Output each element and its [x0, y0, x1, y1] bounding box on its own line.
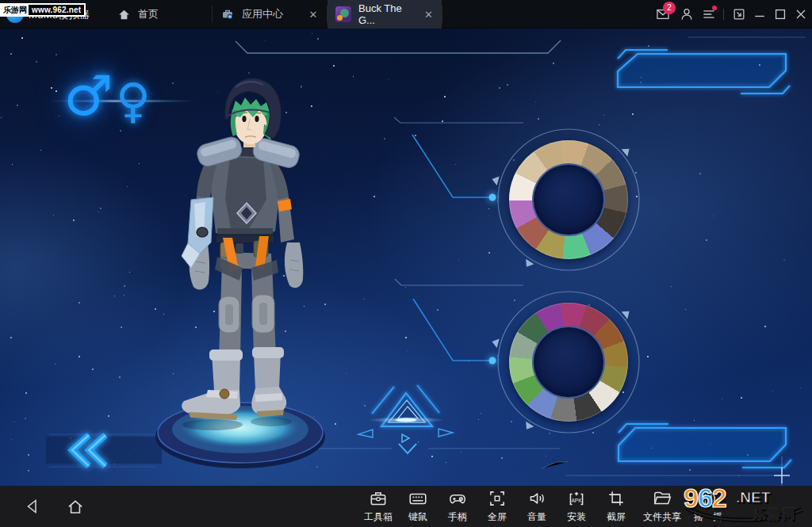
watermark-site: 乐游网	[753, 506, 796, 523]
gamepad-icon	[447, 488, 468, 509]
divider	[723, 9, 724, 20]
home-icon	[117, 8, 131, 21]
android-back-button[interactable]	[24, 497, 43, 516]
top-bracket-line	[236, 40, 561, 53]
tab-app-center[interactable]: 应用中心 ✕	[213, 0, 327, 29]
home-label: 首页	[138, 7, 159, 21]
close-icon[interactable]	[793, 6, 809, 22]
outfit-color-wheel[interactable]	[509, 303, 628, 422]
tab-label: Buck The G...	[358, 2, 416, 26]
home-button[interactable]: 首页	[117, 6, 159, 22]
wheel-center	[532, 163, 605, 236]
maximize-icon[interactable]	[772, 6, 788, 22]
svg-text:APK: APK	[571, 498, 582, 503]
wheel-center	[532, 326, 605, 399]
female-gender-button[interactable]: ♀	[116, 77, 151, 124]
wheel-connector-bottom	[395, 279, 523, 365]
toolbar-item-screenshot[interactable]: 截屏	[596, 488, 636, 524]
tab-game-active[interactable]: Buck The G... ✕	[327, 0, 442, 29]
male-gender-button[interactable]: ♂	[63, 68, 113, 124]
emulator-window: ♂ ♀	[0, 0, 812, 527]
screenshot-crop-icon	[606, 488, 626, 509]
shrink-window-icon[interactable]	[731, 6, 747, 22]
tab-label: 应用中心	[242, 7, 283, 21]
watermark-site-name: 乐游网	[2, 5, 29, 15]
keyboard-icon	[408, 488, 428, 509]
collapse-panel-button[interactable]	[46, 434, 162, 467]
watermark-net: .NET	[736, 489, 770, 506]
tab-close-icon[interactable]: ✕	[423, 9, 434, 21]
android-home-button[interactable]	[65, 497, 86, 517]
watermark-top-left: 乐游网 www.962.net	[0, 3, 86, 17]
toolbox-icon	[368, 488, 389, 509]
toolbar-item-install-apk[interactable]: APK 安装	[557, 488, 596, 524]
menu-alert-dot	[712, 6, 717, 10]
toolbar-item-gamepad[interactable]: 手柄	[438, 488, 477, 524]
minimize-icon[interactable]	[752, 6, 768, 22]
game-tab-icon	[335, 6, 351, 22]
watermark-962: 962	[684, 483, 726, 514]
toolbar-items: 工具箱 键鼠 手柄	[358, 488, 728, 524]
install-apk-icon: APK	[566, 488, 587, 509]
watermark-site-url: www.962.net	[29, 6, 84, 14]
folder-share-icon	[652, 488, 672, 509]
character-model[interactable]	[155, 78, 325, 468]
app-center-icon	[220, 7, 235, 21]
skin-hair-color-wheel[interactable]	[509, 140, 628, 259]
toolbar-item-file-share[interactable]: 文件共享	[636, 488, 688, 524]
fullscreen-icon	[487, 488, 508, 509]
toolbar-item-volume[interactable]: 音量	[517, 488, 557, 524]
volume-icon	[527, 488, 547, 509]
tab-close-icon[interactable]: ✕	[308, 9, 319, 21]
user-icon[interactable]	[679, 6, 695, 22]
hex-frame-button-bottom[interactable]	[619, 424, 791, 468]
wheel-connector-top	[394, 117, 523, 201]
toolbar-item-toolbox[interactable]: 工具箱	[358, 488, 398, 524]
toolbar-item-fullscreen[interactable]: 全屏	[477, 488, 517, 524]
notification-badge: 2	[663, 2, 676, 14]
toolbar-item-keyboard-mouse[interactable]: 键鼠	[398, 488, 438, 524]
titlebar: MuMu模拟器 首页 应用中心 ✕ Buck The G... ✕	[0, 0, 812, 29]
hex-frame-button-top[interactable]	[618, 50, 790, 94]
watermark-bottom-right: 962 .NET 乐游网	[682, 484, 810, 525]
